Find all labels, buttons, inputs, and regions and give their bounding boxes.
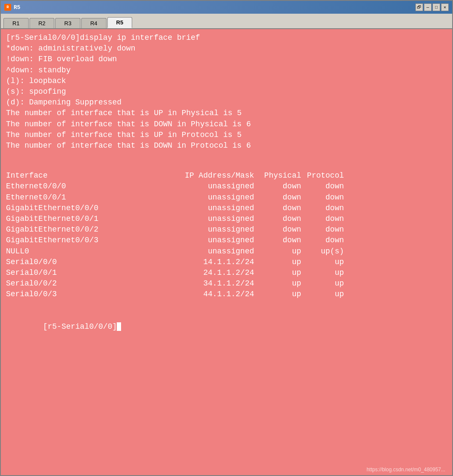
minimize-button[interactable]: —	[424, 3, 432, 11]
cell-ip: 24.1.1.2/24	[151, 268, 254, 278]
title-bar: R R5 🗗 — □ ✕	[1, 1, 452, 14]
cell-protocol: up	[301, 268, 344, 278]
cell-ip: 44.1.1.2/24	[151, 289, 254, 300]
cell-protocol: up(s)	[301, 246, 344, 257]
cell-interface: Serial0/0/1	[6, 268, 151, 278]
interface-table: Interface IP Address/Mask Physical Proto…	[6, 170, 447, 300]
tab-r4[interactable]: R4	[81, 18, 107, 28]
cell-ip: unassigned	[151, 235, 254, 246]
cell-ip: 34.1.1.2/24	[151, 278, 254, 289]
cell-ip: unassigned	[151, 214, 254, 224]
col-header-ip: IP Address/Mask	[151, 170, 254, 181]
table-row: Ethernet0/0/0 unassigned down down	[6, 181, 447, 192]
cell-ip: unassigned	[151, 203, 254, 214]
cell-ip: unassigned	[151, 246, 254, 257]
line-4: ^down: standby	[6, 65, 447, 76]
cell-interface: GigabitEthernet0/0/2	[6, 224, 151, 235]
cell-physical: down	[254, 192, 301, 203]
line-10: The number of interface that is UP in Pr…	[6, 130, 447, 140]
tab-bar: R1 R2 R3 R4 R5	[1, 14, 452, 29]
table-row: Serial0/0/3 44.1.1.2/24 up up	[6, 289, 447, 300]
cell-protocol: up	[301, 289, 344, 300]
cell-interface: Serial0/0/2	[6, 278, 151, 289]
line-11: The number of interface that is DOWN in …	[6, 140, 447, 151]
cell-interface: GigabitEthernet0/0/3	[6, 235, 151, 246]
table-body: Ethernet0/0/0 unassigned down down Ether…	[6, 181, 447, 300]
cell-interface: Serial0/0/3	[6, 289, 151, 300]
terminal-container: [r5-Serial0/0/0]display ip interface bri…	[1, 29, 452, 475]
cell-physical: down	[254, 214, 301, 224]
cell-interface: NULL0	[6, 246, 151, 257]
cell-interface: GigabitEthernet0/0/0	[6, 203, 151, 214]
cell-physical: down	[254, 224, 301, 235]
cell-physical: up	[254, 268, 301, 278]
cell-protocol: down	[301, 192, 344, 203]
tab-r1[interactable]: R1	[3, 18, 29, 28]
col-header-interface: Interface	[6, 170, 151, 181]
main-window: R R5 🗗 — □ ✕ R1 R2 R3 R4 R5 [r5-Serial0/…	[0, 0, 453, 476]
cell-physical: up	[254, 278, 301, 289]
watermark: https://blog.csdn.net/m0_480957...	[367, 467, 445, 473]
cell-protocol: down	[301, 235, 344, 246]
cell-protocol: down	[301, 214, 344, 224]
table-row: NULL0 unassigned up up(s)	[6, 246, 447, 257]
line-9: The number of interface that is DOWN in …	[6, 119, 447, 130]
cell-physical: up	[254, 289, 301, 300]
table-row: Ethernet0/0/1 unassigned down down	[6, 192, 447, 203]
cursor	[117, 322, 121, 331]
terminal-prompt: [r5-Serial0/0/0]	[43, 322, 117, 331]
table-row: GigabitEthernet0/0/1 unassigned down dow…	[6, 214, 447, 224]
terminal-prompt-line: [r5-Serial0/0/0]	[6, 311, 447, 343]
col-header-physical: Physical	[254, 170, 301, 181]
cell-interface: Ethernet0/0/1	[6, 192, 151, 203]
cell-interface: Serial0/0/0	[6, 257, 151, 268]
cell-physical: down	[254, 181, 301, 192]
table-row: Serial0/0/1 24.1.1.2/24 up up	[6, 268, 447, 278]
tab-r2[interactable]: R2	[30, 18, 55, 28]
line-8: The number of interface that is UP in Ph…	[6, 108, 447, 119]
table-row: GigabitEthernet0/0/2 unassigned down dow…	[6, 224, 447, 235]
line-3: !down: FIB overload down	[6, 54, 447, 65]
tab-r3[interactable]: R3	[55, 18, 80, 28]
cell-physical: up	[254, 246, 301, 257]
cell-ip: unassigned	[151, 181, 254, 192]
cell-ip: unassigned	[151, 224, 254, 235]
cell-protocol: up	[301, 257, 344, 268]
line-5: (l): loopback	[6, 76, 447, 86]
line-1: [r5-Serial0/0/0]display ip interface bri…	[6, 33, 447, 43]
tab-r5[interactable]: R5	[107, 17, 133, 28]
line-6: (s): spoofing	[6, 86, 447, 97]
cell-ip: 14.1.1.2/24	[151, 257, 254, 268]
cell-ip: unassigned	[151, 192, 254, 203]
cell-interface: GigabitEthernet0/0/1	[6, 214, 151, 224]
restore-button[interactable]: 🗗	[415, 3, 423, 11]
table-row: Serial0/0/0 14.1.1.2/24 up up	[6, 257, 447, 268]
col-header-protocol: Protocol	[301, 170, 344, 181]
title-controls: 🗗 — □ ✕	[415, 3, 449, 11]
cell-protocol: up	[301, 278, 344, 289]
table-header-row: Interface IP Address/Mask Physical Proto…	[6, 170, 447, 181]
cell-protocol: down	[301, 224, 344, 235]
close-button[interactable]: ✕	[441, 3, 449, 11]
terminal-content[interactable]: [r5-Serial0/0/0]display ip interface bri…	[1, 29, 452, 475]
title-bar-left: R R5	[4, 4, 21, 11]
cell-physical: up	[254, 257, 301, 268]
line-2: *down: administratively down	[6, 43, 447, 54]
line-7: (d): Dampening Suppressed	[6, 97, 447, 108]
maximize-button[interactable]: □	[432, 3, 440, 11]
table-row: GigabitEthernet0/0/3 unassigned down dow…	[6, 235, 447, 246]
window-title: R5	[14, 4, 21, 11]
table-row: Serial0/0/2 34.1.1.2/24 up up	[6, 278, 447, 289]
cell-interface: Ethernet0/0/0	[6, 181, 151, 192]
table-row: GigabitEthernet0/0/0 unassigned down dow…	[6, 203, 447, 214]
app-icon: R	[4, 4, 11, 11]
cell-physical: down	[254, 235, 301, 246]
cell-protocol: down	[301, 203, 344, 214]
cell-protocol: down	[301, 181, 344, 192]
cell-physical: down	[254, 203, 301, 214]
